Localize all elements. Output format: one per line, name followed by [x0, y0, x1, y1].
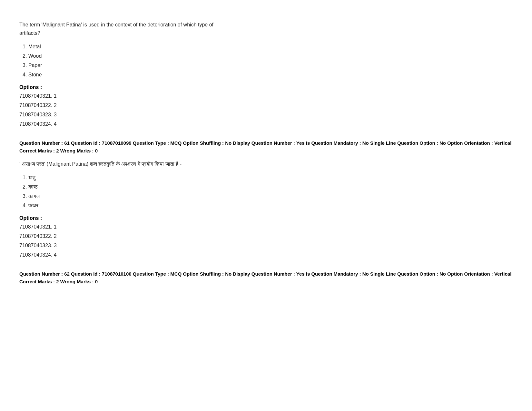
option-value-1-1: 71087040321. 1: [19, 92, 513, 101]
option-value-1-2: 71087040322. 2: [19, 101, 513, 110]
choice-4-hindi: 4. पत्थर: [23, 201, 513, 210]
question-meta-62: Question Number : 62 Question Id : 71087…: [19, 270, 513, 286]
options-label-1: Options :: [19, 84, 513, 90]
question-text-english: The term 'Malignant Patina' is used in t…: [19, 21, 513, 37]
option-value-2-4: 71087040324. 4: [19, 250, 513, 260]
question-meta-61: Question Number : 61 Question Id : 71087…: [19, 139, 513, 155]
options-label-2: Options :: [19, 215, 513, 221]
choices-list-english: 1. Metal 2. Wood 3. Paper 4. Stone: [19, 42, 513, 79]
choices-list-hindi: 1. धातु 2. काष्ठ 3. कागज 4. पत्थर: [19, 173, 513, 210]
option-value-2-1: 71087040321. 1: [19, 222, 513, 232]
section-q61: Question Number : 61 Question Id : 71087…: [19, 139, 513, 260]
option-value-1-3: 71087040323. 3: [19, 110, 513, 120]
choice-2-hindi: 2. काष्ठ: [23, 182, 513, 192]
choice-2-english: 2. Wood: [23, 52, 513, 61]
choice-3-english: 3. Paper: [23, 61, 513, 70]
section-english-question: The term 'Malignant Patina' is used in t…: [19, 21, 513, 129]
section-q62: Question Number : 62 Question Id : 71087…: [19, 270, 513, 286]
option-value-1-4: 71087040324. 4: [19, 120, 513, 129]
choice-3-hindi: 3. कागज: [23, 192, 513, 201]
option-value-2-3: 71087040323. 3: [19, 241, 513, 250]
option-value-2-2: 71087040322. 2: [19, 232, 513, 241]
choice-1-hindi: 1. धातु: [23, 173, 513, 182]
choice-1-english: 1. Metal: [23, 42, 513, 52]
choice-4-english: 4. Stone: [23, 70, 513, 80]
hindi-question-text: ' असाध्य परत' (Malignant Patina) शब्द हस…: [19, 160, 513, 168]
